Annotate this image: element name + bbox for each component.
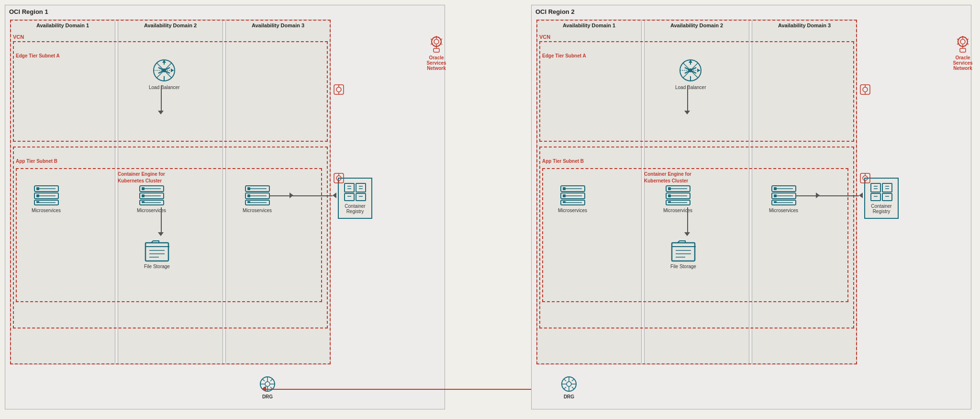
region1-arrow-lb-ms [161,86,162,112]
region2-title: OCI Region 2 [535,8,575,15]
svg-rect-38 [345,183,354,192]
region1-osn: OracleServicesNetwork [426,34,447,71]
svg-rect-91 [563,201,566,203]
load-balancer-label: Load Balancer [149,85,180,90]
region2-load-balancer: Load Balancer [675,58,706,90]
file-storage-icon-2 [671,239,696,262]
drg-icon-1 [259,375,276,393]
region1-sg2 [334,173,344,183]
svg-rect-41 [356,193,366,201]
svg-point-135 [863,87,868,92]
svg-rect-33 [247,201,250,203]
svg-rect-40 [345,193,354,201]
service-gateway-icon-r2-2 [860,173,870,183]
file-storage-label-2: File Storage [670,264,696,269]
region2-ad3: Availability Domain 3 [752,20,857,364]
svg-line-150 [564,387,566,389]
region2-ad3-title: Availability Domain 3 [752,20,857,30]
svg-point-139 [863,176,868,181]
drg-label-2: DRG [564,394,574,399]
svg-rect-90 [563,194,566,197]
svg-rect-117 [882,193,892,201]
drg-label-1: DRG [262,394,273,399]
region1-sg1 [334,84,344,95]
svg-rect-114 [871,183,880,192]
svg-line-73 [270,379,272,381]
microservices-icon-2 [139,185,165,206]
svg-rect-100 [668,201,671,203]
svg-rect-115 [882,183,892,192]
region2-microservices-ad3: Microservices [769,185,798,213]
svg-rect-132 [960,48,966,52]
svg-rect-31 [247,187,250,190]
region1-ad1-title: Availability Domain 1 [11,20,115,30]
osn-label: OracleServicesNetwork [426,55,446,71]
svg-point-49 [434,39,439,44]
microservices-label-1: Microservices [32,208,61,213]
region2-osn: OracleServicesNetwork [952,34,973,71]
svg-point-4 [162,68,166,72]
region2-arrow-cr-ms-left [859,193,863,198]
microservices-icon-3 [245,185,270,206]
region1-title: OCI Region 1 [9,8,48,15]
region1-microservices-ad1: Microservices [32,185,61,213]
svg-line-151 [572,387,574,389]
svg-line-72 [263,379,265,381]
svg-rect-116 [871,193,880,201]
region1-frame: OCI Region 1 Availability Domain 1 Avail… [5,5,445,409]
file-storage-label: File Storage [144,264,170,269]
region2-sg2 [860,173,870,183]
region1-ad3-title: Availability Domain 3 [226,20,330,30]
region1-arrow-ms-fs [161,207,162,234]
region2-microservices-ad1: Microservices [558,185,587,213]
microservices-icon-1 [33,185,59,206]
load-balancer-label-2: Load Balancer [675,85,706,90]
region1-microservices-ad3: Microservices [243,185,272,213]
region2-arrow-lb-ms [687,86,688,112]
region1-arrow-ms-cr-line2 [292,195,333,196]
region1-app-label: App Tier Subnet B [16,159,57,164]
svg-rect-99 [668,194,671,197]
region2-frame: OCI Region 2 Availability Domain 1 Avail… [531,5,971,409]
region2-arrow-ms-cr-line2 [819,195,859,196]
region2-arrow-ms-fs [687,207,688,234]
microservices-icon-r2-2 [665,185,691,206]
svg-marker-6 [171,68,174,72]
container-registry-label: ContainerRegistry [345,204,365,214]
svg-rect-34 [145,243,168,261]
service-gateway-icon-1 [334,84,344,95]
svg-rect-32 [247,194,250,197]
service-gateway-icon-2 [334,173,344,183]
svg-rect-110 [672,243,695,261]
svg-rect-24 [142,201,145,203]
svg-rect-13 [36,187,39,190]
region1-file-storage: File Storage [144,239,170,269]
svg-point-80 [689,68,692,72]
region1-arrow-lb-ms-down [158,111,164,114]
container-registry-icon [344,182,367,202]
svg-point-63 [336,176,341,181]
region2-edge-label: Edge Tier Subnet A [542,53,586,58]
svg-marker-82 [697,68,700,72]
svg-rect-89 [563,187,566,190]
region2-app-label: App Tier Subnet B [542,159,584,164]
svg-line-149 [572,379,574,381]
microservices-label-3: Microservices [243,208,272,213]
svg-line-148 [564,379,566,381]
region2-ad2-title: Availability Domain 2 [645,20,749,30]
region1-vcn-label: VCN [13,34,24,40]
service-gateway-icon-r2-1 [860,84,870,95]
region2-ad1: Availability Domain 1 [536,20,642,364]
region1-ad1: Availability Domain 1 [10,20,115,364]
region2-arrow-ms-cr [796,195,817,196]
svg-rect-39 [356,183,366,192]
region2-container-registry: ContainerRegistry [864,178,899,219]
region2-arrow-lb-ms-down [684,111,690,114]
svg-point-59 [336,87,341,92]
svg-rect-14 [36,194,39,197]
microservices-label-r2-3: Microservices [769,208,798,213]
svg-point-143 [567,382,571,386]
microservices-icon-r2-1 [560,185,586,206]
container-registry-icon-2 [870,182,893,202]
region1-ad3: Availability Domain 3 [225,20,331,364]
